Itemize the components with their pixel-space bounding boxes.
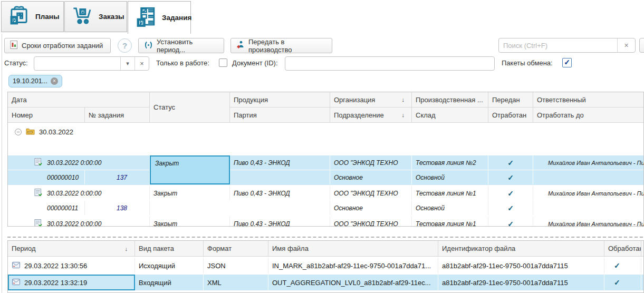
tasks-grid: Дата Статус Продукция Организация ↓ Прои… <box>7 92 644 227</box>
column-header-organization[interactable]: Организация ↓ <box>330 92 412 108</box>
task-date: 30.03.2022 0:00:00 <box>47 159 101 167</box>
packets-grid: Период ↓ Вид пакета Формат Имя файла Иде… <box>7 240 644 293</box>
packet-row-1[interactable]: 29.03.2022 13:30:56 Исходящий JSON IN_MA… <box>8 258 643 274</box>
column-header-warehouse[interactable]: Склад <box>412 108 488 123</box>
only-in-work-label: Только в работе: <box>156 59 209 67</box>
tab-orders-label: Заказы <box>99 13 124 21</box>
task-production-line: Тестовая линия №2 <box>416 159 476 167</box>
task-deadlines-button[interactable]: Сроки отработки заданий <box>4 38 111 53</box>
folder-icon <box>26 128 35 136</box>
task-production-line: Тестовая линия №1 <box>416 220 476 227</box>
column-header-file-id[interactable]: Идентификатор файла <box>438 241 604 257</box>
task-warehouse: Основной <box>416 204 445 212</box>
task-row-3[interactable]: 30.03.2022 0:00:00 Закрыт Пиво 0,43 - ЭН… <box>8 217 643 227</box>
status-combobox-value[interactable] <box>34 57 120 70</box>
exchange-packets-checkbox[interactable]: ✓ <box>562 58 572 67</box>
packet-row-2[interactable]: 29.03.2022 13:32:19 Входящий XML OUT_AGG… <box>8 275 643 290</box>
status-filter-label: Статус: <box>4 59 28 67</box>
search-next-button[interactable] <box>639 38 644 53</box>
column-header-process-until[interactable]: Отработать до <box>533 108 643 123</box>
column-header-product[interactable]: Продукция <box>230 92 330 108</box>
task-status: Закрыт <box>153 190 177 197</box>
grid-splitter[interactable] <box>7 237 643 238</box>
only-in-work-checkbox[interactable] <box>219 58 227 67</box>
task-row-1[interactable]: 30.03.2022 0:00:00 Пиво 0,43 - ЭНКОД ООО… <box>8 155 643 185</box>
column-header-number[interactable]: Номер <box>8 108 85 123</box>
period-cell-focused[interactable] <box>8 275 135 290</box>
search-input[interactable] <box>499 38 617 52</box>
task-production-line: Тестовая линия №1 <box>416 190 476 197</box>
column-header-responsible[interactable]: Ответственный <box>533 92 643 108</box>
processed-check-icon: ✓ <box>507 204 514 212</box>
packet-format: XML <box>207 279 222 287</box>
column-header-format[interactable]: Формат <box>204 241 268 257</box>
column-header-date[interactable]: Дата <box>8 92 150 108</box>
task-date: 30.03.2022 0:00:00 <box>47 220 101 227</box>
period-icon <box>144 41 153 51</box>
set-period-button[interactable]: Установить период... <box>138 38 224 53</box>
sort-desc-icon: ↓ <box>402 112 408 118</box>
document-id-input[interactable] <box>285 56 495 71</box>
group-row-date[interactable]: − 30.03.2022 <box>8 125 643 139</box>
column-header-production-line[interactable]: Производственная ... <box>412 92 488 108</box>
date-filter-chip-label: 19.10.201... <box>13 77 47 85</box>
close-icon: × <box>140 60 144 67</box>
status-dropdown-button[interactable]: ▾ <box>120 57 134 70</box>
help-button[interactable]: ? <box>118 38 132 53</box>
task-status: Закрыт <box>153 220 177 227</box>
tab-orders[interactable]: Заказы <box>64 1 127 32</box>
check-icon: ✓ <box>564 58 570 66</box>
transferred-check-icon: ✓ <box>507 189 514 198</box>
task-no: 137 <box>117 174 127 181</box>
column-header-status[interactable]: Статус <box>150 92 230 123</box>
transfer-to-production-label: Передать в производство <box>248 38 326 54</box>
application-window: Планы Заказы <box>0 0 644 293</box>
task-deadlines-label: Сроки отработки заданий <box>22 42 103 50</box>
panel-left-border <box>2 34 2 293</box>
chip-close-button[interactable]: × <box>51 77 58 85</box>
task-product: Пиво 0,43 - ЭНКОД <box>234 190 290 197</box>
processed-check-icon: ✓ <box>614 261 620 270</box>
chevron-down-icon: ▾ <box>126 60 129 67</box>
person-transfer-icon <box>236 41 245 51</box>
column-header-packet-processed[interactable]: Обработан <box>604 241 641 257</box>
task-document-icon <box>34 189 43 198</box>
question-mark-icon: ? <box>122 41 127 50</box>
column-header-file-name[interactable]: Имя файла <box>268 241 438 257</box>
task-warehouse: Основной <box>416 174 445 181</box>
column-header-packet-kind[interactable]: Вид пакета <box>135 241 204 257</box>
column-header-transferred[interactable]: Передан <box>488 92 533 108</box>
packet-format: JSON <box>207 262 226 270</box>
column-header-task-no[interactable]: № задания <box>85 108 150 123</box>
transfer-to-production-button[interactable]: Передать в производство <box>230 38 332 53</box>
task-organization: ООО "ЭНКОД ТЕХНО <box>334 190 398 197</box>
tab-tasks-label: Задания <box>162 14 191 22</box>
column-header-department[interactable]: Подразделение ↓ <box>330 108 412 123</box>
task-row-2[interactable]: 30.03.2022 0:00:00 Закрыт Пиво 0,43 - ЭН… <box>8 186 643 216</box>
group-date-label: 30.03.2022 <box>39 128 73 136</box>
task-product: Пиво 0,43 - ЭНКОД <box>234 220 290 227</box>
column-header-spacer <box>641 241 644 257</box>
calendar-icon <box>8 5 30 28</box>
exchange-packets-label: Пакеты обмена: <box>502 59 553 67</box>
packet-kind: Входящий <box>139 279 171 287</box>
status-cell-focused[interactable]: Закрыт <box>150 155 230 184</box>
status-clear-button[interactable]: × <box>134 57 149 70</box>
packet-file-name: OUT_AGGREGATION_LVL0_a81b2abf-af29-11ec.… <box>272 279 431 287</box>
search-clear-button[interactable]: × <box>617 38 635 52</box>
collapse-icon[interactable]: − <box>15 129 22 135</box>
date-filter-chip[interactable]: 19.10.201... × <box>8 75 62 87</box>
set-period-label: Установить период... <box>157 38 218 54</box>
close-icon: × <box>624 41 628 50</box>
column-header-period[interactable]: Период ↓ <box>8 241 135 257</box>
packet-file-name: IN_MARK_a81b2abf-af29-11ec-9750-001a7dda… <box>272 262 431 270</box>
transferred-check-icon: ✓ <box>507 220 514 227</box>
column-header-batch[interactable]: Партия <box>230 108 330 123</box>
task-no: 138 <box>117 204 127 212</box>
status-combobox[interactable]: ▾ × <box>34 56 149 71</box>
tab-tasks[interactable]: Задания <box>128 1 191 34</box>
tab-plans-label: Планы <box>35 13 59 21</box>
column-header-processed[interactable]: Отработан <box>488 108 533 123</box>
tab-plans[interactable]: Планы <box>1 1 64 32</box>
search-box: × <box>498 38 636 53</box>
